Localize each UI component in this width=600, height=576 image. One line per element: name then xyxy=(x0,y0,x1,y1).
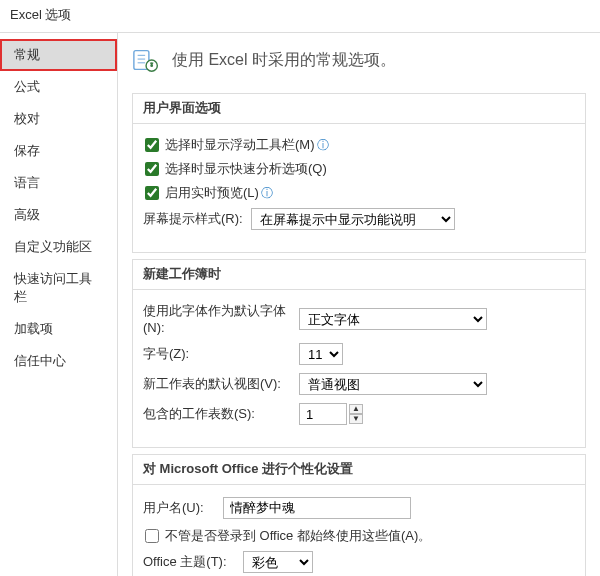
enable-live-preview-label: 启用实时预览(L)ⓘ xyxy=(165,184,273,202)
sidebar-item-trust-center[interactable]: 信任中心 xyxy=(0,345,117,377)
sidebar-item-language[interactable]: 语言 xyxy=(0,167,117,199)
section-new-workbook: 新建工作簿时 xyxy=(133,260,585,290)
options-icon xyxy=(132,45,162,75)
spinner-up-icon[interactable]: ▲ xyxy=(349,404,363,414)
sidebar-item-quick-access[interactable]: 快速访问工具栏 xyxy=(0,263,117,313)
font-size-label: 字号(Z): xyxy=(143,345,291,363)
main-panel: 使用 Excel 时采用的常规选项。 用户界面选项 选择时显示浮动工具栏(M)ⓘ… xyxy=(118,33,600,576)
section-ui-options: 用户界面选项 xyxy=(133,94,585,124)
font-size-select[interactable]: 11 xyxy=(299,343,343,365)
sidebar-item-customize-ribbon[interactable]: 自定义功能区 xyxy=(0,231,117,263)
info-icon[interactable]: ⓘ xyxy=(317,138,329,152)
info-icon[interactable]: ⓘ xyxy=(261,186,273,200)
office-theme-select[interactable]: 彩色 xyxy=(243,551,313,573)
always-use-label: 不管是否登录到 Office 都始终使用这些值(A)。 xyxy=(165,527,431,545)
header-subtitle: 使用 Excel 时采用的常规选项。 xyxy=(172,50,396,71)
sidebar-item-addins[interactable]: 加载项 xyxy=(0,313,117,345)
default-font-label: 使用此字体作为默认字体(N): xyxy=(143,302,291,335)
show-mini-toolbar-checkbox[interactable] xyxy=(145,138,159,152)
section-personalize: 对 Microsoft Office 进行个性化设置 xyxy=(133,455,585,485)
show-quick-analysis-label: 选择时显示快速分析选项(Q) xyxy=(165,160,327,178)
always-use-checkbox[interactable] xyxy=(145,529,159,543)
sidebar-item-save[interactable]: 保存 xyxy=(0,135,117,167)
show-mini-toolbar-label: 选择时显示浮动工具栏(M)ⓘ xyxy=(165,136,329,154)
default-view-select[interactable]: 普通视图 xyxy=(299,373,487,395)
sidebar-item-proofing[interactable]: 校对 xyxy=(0,103,117,135)
enable-live-preview-checkbox[interactable] xyxy=(145,186,159,200)
screen-tip-label: 屏幕提示样式(R): xyxy=(143,210,243,228)
sidebar-item-general[interactable]: 常规 xyxy=(0,39,117,71)
dialog-title: Excel 选项 xyxy=(0,0,600,33)
default-font-select[interactable]: 正文字体 xyxy=(299,308,487,330)
svg-point-5 xyxy=(150,64,153,67)
sheets-count-input[interactable] xyxy=(299,403,347,425)
sheets-count-label: 包含的工作表数(S): xyxy=(143,405,291,423)
sidebar-item-advanced[interactable]: 高级 xyxy=(0,199,117,231)
show-quick-analysis-checkbox[interactable] xyxy=(145,162,159,176)
office-theme-label: Office 主题(T): xyxy=(143,553,235,571)
username-input[interactable] xyxy=(223,497,411,519)
screen-tip-select[interactable]: 在屏幕提示中显示功能说明 xyxy=(251,208,455,230)
default-view-label: 新工作表的默认视图(V): xyxy=(143,375,291,393)
sidebar: 常规 公式 校对 保存 语言 高级 自定义功能区 快速访问工具栏 加载项 信任中… xyxy=(0,33,118,576)
spinner-down-icon[interactable]: ▼ xyxy=(349,414,363,424)
sidebar-item-formulas[interactable]: 公式 xyxy=(0,71,117,103)
username-label: 用户名(U): xyxy=(143,499,215,517)
